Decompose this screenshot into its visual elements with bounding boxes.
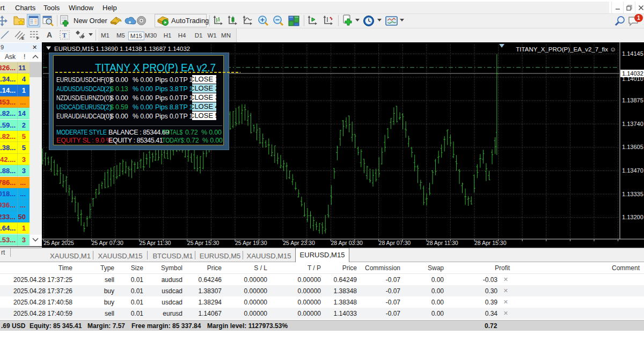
svg-text:1.14032: 1.14032 bbox=[622, 70, 643, 77]
svg-text:25 Apr 07:30: 25 Apr 07:30 bbox=[91, 240, 123, 246]
svg-text:E: E bbox=[21, 36, 25, 40]
svg-text:1.13200: 1.13200 bbox=[622, 214, 643, 220]
svg-text:1.13740: 1.13740 bbox=[622, 121, 643, 127]
svg-text:25 Apr 15:30: 25 Apr 15:30 bbox=[187, 240, 219, 246]
svg-text:28 Apr 15:30: 28 Apr 15:30 bbox=[474, 240, 507, 246]
svg-text:1.13335: 1.13335 bbox=[622, 191, 643, 197]
svg-text:T: T bbox=[62, 32, 67, 39]
svg-text:1.14145: 1.14145 bbox=[622, 50, 643, 57]
svg-text:F: F bbox=[36, 36, 39, 40]
svg-text:28 Apr 11:30: 28 Apr 11:30 bbox=[427, 240, 458, 246]
svg-text:28 Apr 07:30: 28 Apr 07:30 bbox=[379, 240, 411, 246]
svg-text:25 Apr 11:30: 25 Apr 11:30 bbox=[140, 240, 171, 246]
svg-text:25 Apr 23:30: 25 Apr 23:30 bbox=[283, 240, 315, 246]
svg-text:TITANY_X_PRO(P)_EA_v2_7_fix ☺: TITANY_X_PRO(P)_EA_v2_7_fix ☺ bbox=[516, 46, 616, 53]
svg-text:1.13605: 1.13605 bbox=[622, 144, 643, 150]
svg-text:1.13470: 1.13470 bbox=[622, 167, 643, 174]
svg-text:28 Apr 03:30: 28 Apr 03:30 bbox=[331, 240, 363, 246]
svg-text:EURUSD,M15 1.13690 1.14138 1: EURUSD,M15 1.13690 1.14138 1.13687 1.140… bbox=[54, 46, 190, 52]
svg-text:25 Apr 19:30: 25 Apr 19:30 bbox=[235, 240, 267, 246]
svg-text:1.13875: 1.13875 bbox=[622, 97, 643, 103]
svg-text:25 Apr 2025: 25 Apr 2025 bbox=[43, 240, 74, 246]
